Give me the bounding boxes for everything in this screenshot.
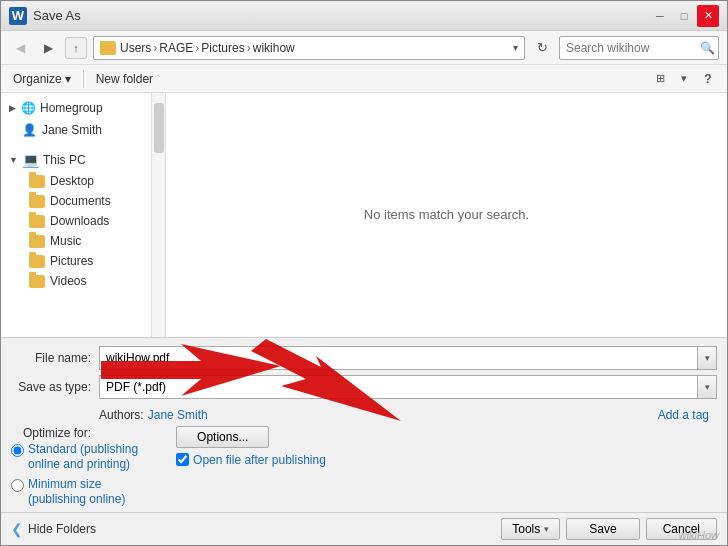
sidebar-homegroup[interactable]: ▶ 🌐 Homegroup	[1, 97, 151, 119]
sidebar-item-label: Pictures	[50, 254, 93, 268]
save-button[interactable]: Save	[566, 518, 639, 540]
folder-icon	[29, 195, 45, 208]
save-type-arrow: ▾	[697, 375, 717, 399]
tools-arrow-icon: ▾	[544, 524, 549, 534]
optimize-label: Optimize for:	[23, 426, 138, 440]
expand-icon: ▶	[9, 103, 16, 113]
folder-icon	[29, 215, 45, 228]
sidebar-item-music[interactable]: Music	[1, 231, 151, 251]
sidebar-this-pc-label: This PC	[43, 153, 86, 167]
organize-button[interactable]: Organize ▾	[9, 67, 75, 91]
sidebar-item-desktop[interactable]: Desktop	[1, 171, 151, 191]
no-items-message: No items match your search.	[364, 207, 529, 222]
hide-folders-label: Hide Folders	[28, 522, 96, 536]
action-bar: Organize ▾ New folder ⊞ ▾ ?	[1, 65, 727, 93]
breadcrumb-part[interactable]: Pictures	[201, 41, 244, 55]
file-name-row: File name: ▾	[11, 346, 717, 370]
homegroup-icon: 🌐	[20, 100, 36, 116]
standard-radio-row: Standard (publishingonline and printing)	[11, 442, 138, 473]
scroll-thumb	[154, 103, 164, 153]
folder-icon	[100, 41, 116, 55]
divider	[83, 70, 84, 88]
forward-button[interactable]: ▶	[37, 37, 59, 59]
open-after-row: Open file after publishing	[176, 453, 326, 467]
save-type-label: Save as type:	[11, 380, 99, 394]
save-type-row: Save as type: PDF (*.pdf) ▾	[11, 375, 717, 399]
expand-icon: ▼	[9, 155, 18, 165]
sidebar-item-label: Documents	[50, 194, 111, 208]
open-after-label: Open file after publishing	[193, 453, 326, 467]
title-bar: W Save As ─ □ ✕	[1, 1, 727, 31]
user-icon: 👤	[21, 122, 37, 138]
folder-icon	[29, 235, 45, 248]
minimum-radio[interactable]	[11, 479, 24, 492]
sidebar-this-pc[interactable]: ▼ 💻 This PC	[1, 149, 151, 171]
authors-value[interactable]: Jane Smith	[148, 408, 216, 422]
folder-icon	[29, 255, 45, 268]
breadcrumb-path: Users › RAGE › Pictures › wikihow	[120, 41, 295, 55]
open-after-checkbox[interactable]	[176, 453, 189, 466]
navigation-toolbar: ◀ ▶ ↑ Users › RAGE › Pictures › wikihow …	[1, 31, 727, 65]
sidebar-item-label: Desktop	[50, 174, 94, 188]
dialog-title: Save As	[33, 8, 81, 23]
chevron-left-icon: ❮	[11, 521, 23, 537]
new-folder-button[interactable]: New folder	[92, 67, 157, 91]
search-icon[interactable]: 🔍	[700, 41, 715, 55]
meta-row: Authors: Jane Smith Add a tag	[1, 406, 727, 426]
sidebar-item-videos[interactable]: Videos	[1, 271, 151, 291]
breadcrumb-dropdown[interactable]: ▾	[513, 42, 518, 53]
up-button[interactable]: ↑	[65, 37, 87, 59]
right-options: Options... Open file after publishing	[176, 426, 717, 508]
bottom-form: File name: ▾ Save as type: PDF	[1, 337, 727, 512]
tools-label: Tools	[512, 522, 540, 536]
folder-icon	[29, 175, 45, 188]
sidebar-item-pictures[interactable]: Pictures	[1, 251, 151, 271]
sidebar-item-label: Videos	[50, 274, 86, 288]
sidebar-user[interactable]: 👤 Jane Smith	[1, 119, 151, 141]
folder-icon	[29, 275, 45, 288]
sidebar-item-label: Downloads	[50, 214, 109, 228]
file-area: No items match your search.	[166, 93, 727, 337]
content-main: ▶ 🌐 Homegroup 👤 Jane Smith ▼ 💻 Thi	[1, 93, 727, 337]
sidebar-homegroup-label: Homegroup	[40, 101, 103, 115]
breadcrumb-part[interactable]: Users	[120, 41, 151, 55]
sidebar: ▶ 🌐 Homegroup 👤 Jane Smith ▼ 💻 Thi	[1, 93, 166, 337]
options-button[interactable]: Options...	[176, 426, 269, 448]
help-button[interactable]: ?	[697, 68, 719, 90]
sidebar-item-documents[interactable]: Documents	[1, 191, 151, 211]
maximize-button[interactable]: □	[673, 5, 695, 27]
search-input[interactable]	[559, 36, 719, 60]
standard-label: Standard (publishingonline and printing)	[28, 442, 138, 473]
authors-label: Authors:	[99, 408, 148, 422]
sidebar-item-label: Music	[50, 234, 81, 248]
sidebar-item-downloads[interactable]: Downloads	[1, 211, 151, 231]
options-area: Optimize for: Standard (publishingonline…	[1, 426, 727, 512]
file-name-dropdown[interactable]: ▾	[697, 346, 717, 370]
standard-radio[interactable]	[11, 444, 24, 457]
view-dropdown-button[interactable]: ▾	[673, 68, 695, 90]
breadcrumb-part[interactable]: wikihow	[253, 41, 295, 55]
back-button[interactable]: ◀	[9, 37, 31, 59]
close-button[interactable]: ✕	[697, 5, 719, 27]
hide-folders-button[interactable]: ❮ Hide Folders	[11, 521, 96, 537]
final-row: ❮ Hide Folders Tools ▾ Save Cancel	[1, 512, 727, 545]
sidebar-scrollbar[interactable]	[151, 93, 165, 337]
breadcrumb: Users › RAGE › Pictures › wikihow ▾	[93, 36, 525, 60]
file-name-label: File name:	[11, 351, 99, 365]
minimum-label: Minimum size(publishing online)	[28, 477, 125, 508]
save-type-select[interactable]: PDF (*.pdf)	[99, 375, 697, 399]
refresh-button[interactable]: ↻	[531, 37, 553, 59]
file-name-input[interactable]	[99, 346, 697, 370]
view-toggle-button[interactable]: ⊞	[649, 68, 671, 90]
pc-icon: 💻	[22, 152, 39, 168]
minimum-radio-row: Minimum size(publishing online)	[11, 477, 138, 508]
watermark: wikiHow	[679, 529, 719, 541]
sidebar-user-label: Jane Smith	[42, 123, 102, 137]
organize-arrow-icon: ▾	[65, 72, 71, 86]
breadcrumb-part[interactable]: RAGE	[159, 41, 193, 55]
word-icon: W	[9, 7, 27, 25]
add-tag-link[interactable]: Add a tag	[658, 408, 717, 422]
tools-button[interactable]: Tools ▾	[501, 518, 560, 540]
minimize-button[interactable]: ─	[649, 5, 671, 27]
search-wrapper: 🔍	[559, 36, 719, 60]
